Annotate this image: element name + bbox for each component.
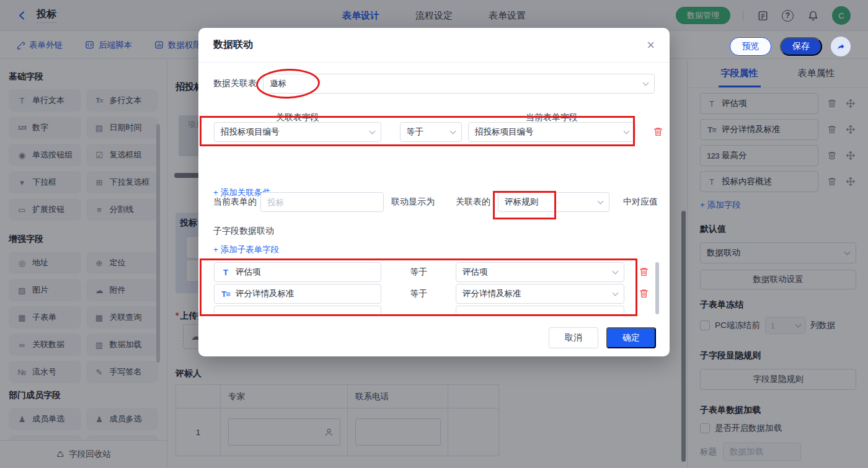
chevron-down-icon	[613, 268, 619, 274]
link-table-select[interactable]: 邀标	[263, 74, 655, 94]
chevron-down-icon	[643, 79, 649, 86]
condition-operator-select[interactable]: 等于	[400, 122, 462, 142]
condition-right-select[interactable]: 招投标项目编号	[468, 122, 636, 142]
chevron-down-icon	[370, 128, 376, 134]
share-button[interactable]	[831, 37, 851, 56]
subfield-linkage-title: 子字段数据联动	[213, 226, 274, 237]
modal-title: 数据联动	[213, 38, 253, 51]
data-linkage-modal: 数据联动 × 数据关联表 邀标 关联表字段 当前表单字段 招投标项目编号 等于 …	[198, 28, 670, 356]
confirm-button[interactable]: 确定	[606, 327, 656, 348]
delete-condition-icon[interactable]	[653, 126, 663, 137]
cancel-button[interactable]: 取消	[549, 327, 598, 348]
subfield-left-box[interactable]: T 评估项	[214, 262, 381, 282]
display-of-table: 关联表的	[456, 196, 490, 208]
save-button[interactable]: 保存	[780, 37, 822, 56]
multi-line-text-icon: T≡	[221, 289, 231, 299]
add-subform-field-link[interactable]: + 添加子表单字段	[213, 244, 279, 255]
subfield-linkage-row-partial	[213, 306, 649, 314]
equals-label: 等于	[410, 288, 427, 299]
display-suffix: 中对应值	[623, 196, 658, 208]
subfield-linkage-row: T 评估项 等于 评估项	[213, 262, 649, 282]
subfield-right-select[interactable]: 评分详情及标准	[456, 284, 624, 304]
equals-label: 等于	[410, 267, 427, 278]
condition-left-select[interactable]: 招投标项目编号	[214, 122, 381, 142]
share-icon	[836, 42, 846, 51]
subfield-linkage-list: T 评估项 等于 评估项 T≡ 评分详情及标准 等于 评分详情及标准	[213, 262, 649, 314]
delete-subfield-icon[interactable]	[639, 267, 649, 277]
subfield-linkage-row: T≡ 评分详情及标准 等于 评分详情及标准	[213, 284, 649, 304]
chevron-down-icon	[450, 128, 456, 134]
modal-list-scrollbar[interactable]	[655, 262, 659, 314]
delete-subfield-icon[interactable]	[639, 288, 649, 299]
link-condition-row: 招投标项目编号 等于 招投标项目编号	[213, 122, 655, 142]
subfield-left-box[interactable]	[214, 306, 381, 314]
display-prefix: 当前表单的	[213, 196, 257, 208]
preview-button[interactable]: 预览	[730, 37, 771, 56]
link-table-label: 数据关联表	[213, 78, 257, 89]
current-field-input[interactable]	[260, 192, 384, 212]
chevron-down-icon	[613, 289, 619, 296]
close-icon[interactable]: ×	[647, 38, 655, 52]
display-middle: 联动显示为	[391, 196, 435, 208]
chevron-down-icon	[624, 128, 630, 134]
linked-field-select[interactable]: 评标规则	[498, 192, 609, 212]
subfield-left-box[interactable]: T≡ 评分详情及标准	[214, 284, 381, 304]
single-line-text-icon: T	[221, 268, 231, 277]
subfield-right-select[interactable]	[456, 306, 624, 314]
subfield-right-select[interactable]: 评估项	[456, 262, 624, 282]
chevron-down-icon	[598, 198, 604, 204]
